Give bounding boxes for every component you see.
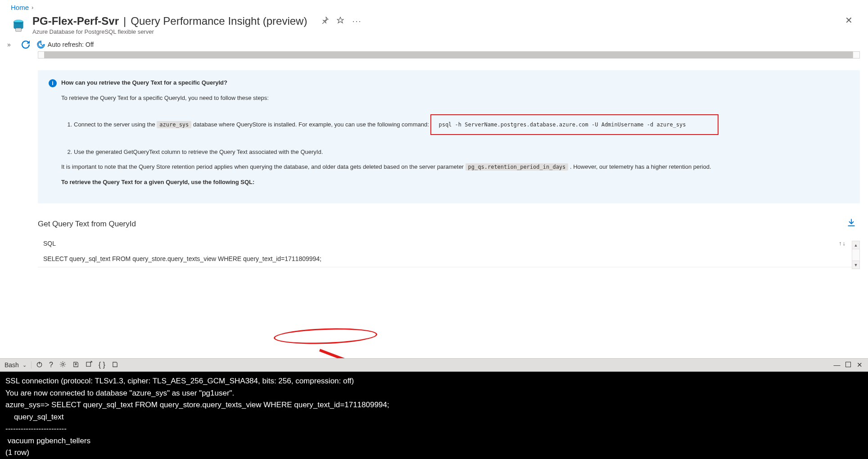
cloud-shell-toolbar: Bash ⌄ ? { } — ✕ [0,358,868,372]
command-bar: » Auto refresh: Off [0,38,868,51]
pin-icon[interactable] [321,17,329,26]
power-icon[interactable] [36,361,43,369]
upload-icon[interactable] [72,361,79,369]
info-step-2: Use the generated GetQueryText column to… [74,148,849,157]
scroll-down-icon[interactable]: ▼ [852,261,859,269]
svg-point-7 [62,363,64,365]
maximize-icon[interactable] [845,362,851,367]
breadcrumb: Home › [0,0,868,14]
info-icon: i [49,79,57,87]
chevron-down-icon: ⌄ [23,362,27,368]
chevron-right-icon: › [32,4,33,11]
refresh-button[interactable] [22,40,30,49]
favorite-icon[interactable] [337,17,344,26]
info-intro: To retrieve the Query Text for a specifi… [61,94,849,103]
shell-selector[interactable]: Bash ⌄ [5,361,32,369]
resource-name: PG-Flex-Perf-Svr [32,15,119,27]
terminal-output[interactable]: SSL connection (protocol: TLSv1.3, ciphe… [0,372,868,459]
minimize-icon[interactable]: — [833,360,841,369]
more-icon[interactable]: ··· [352,17,362,26]
download-icon[interactable] [847,219,860,229]
table-row[interactable]: SELECT query_sql_text FROM query_store.q… [38,251,860,267]
annotation-ellipse [273,327,377,346]
resource-subtitle: Azure Database for PostgreSQL flexible s… [32,28,845,35]
auto-refresh-label: Auto refresh: Off [48,41,94,48]
close-terminal-icon[interactable]: ✕ [855,360,863,369]
column-sql[interactable]: SQL [43,240,56,247]
breadcrumb-home[interactable]: Home [11,4,29,11]
scroll-up-icon[interactable]: ▲ [852,241,859,249]
info-panel: i How can you retrieve the Query Text fo… [38,70,860,203]
title-bar: PG-Flex-Perf-Svr | Query Performance Ins… [0,14,868,38]
braces-icon[interactable]: { } [99,361,105,369]
section-title: Get Query Text from QueryId [38,220,136,229]
horizontal-scrollbar[interactable] [38,51,860,58]
svg-rect-8 [86,362,90,366]
code-chip-azure-sys: azure_sys [157,121,191,128]
svg-rect-2 [16,28,22,31]
new-session-icon[interactable] [86,361,92,369]
title-separator: | [123,15,126,27]
info-note: It is important to note that the Query S… [61,162,849,171]
blade-title: Query Performance Insight (preview) [131,15,307,27]
postgresql-icon [11,18,26,33]
auto-refresh-toggle[interactable]: Auto refresh: Off [37,40,94,49]
code-chip-retention: pg_qs.retention_period_in_days [466,163,569,171]
help-icon[interactable]: ? [49,361,53,369]
info-step-1: Connect to the server using the azure_sy… [74,109,849,141]
close-icon[interactable]: ✕ [845,15,857,26]
info-footer: To retrieve the Query Text for a given Q… [61,178,849,187]
settings-icon[interactable] [59,361,66,369]
expand-menu-icon[interactable]: » [7,41,11,48]
sql-table: SQL ↑↓ SELECT query_sql_text FROM query_… [38,236,860,267]
editor-icon[interactable] [112,361,118,369]
vertical-scrollbar[interactable]: ▲ ▼ [852,241,860,269]
info-title: How can you retrieve the Query Text for … [61,79,227,86]
psql-command-box: psql -h ServerName.postgres.database.azu… [430,114,719,135]
sort-icon[interactable]: ↑↓ [839,240,845,247]
